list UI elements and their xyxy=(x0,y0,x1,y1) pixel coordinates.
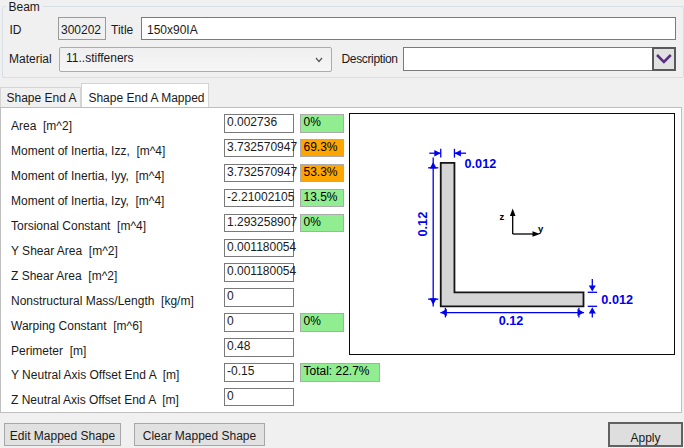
svg-text:y: y xyxy=(538,223,544,234)
svg-text:0.012: 0.012 xyxy=(465,157,497,171)
svg-text:0.12: 0.12 xyxy=(499,314,524,328)
svg-text:z: z xyxy=(500,211,505,222)
svg-text:0.012: 0.012 xyxy=(601,293,633,307)
svg-text:0.12: 0.12 xyxy=(416,212,430,237)
